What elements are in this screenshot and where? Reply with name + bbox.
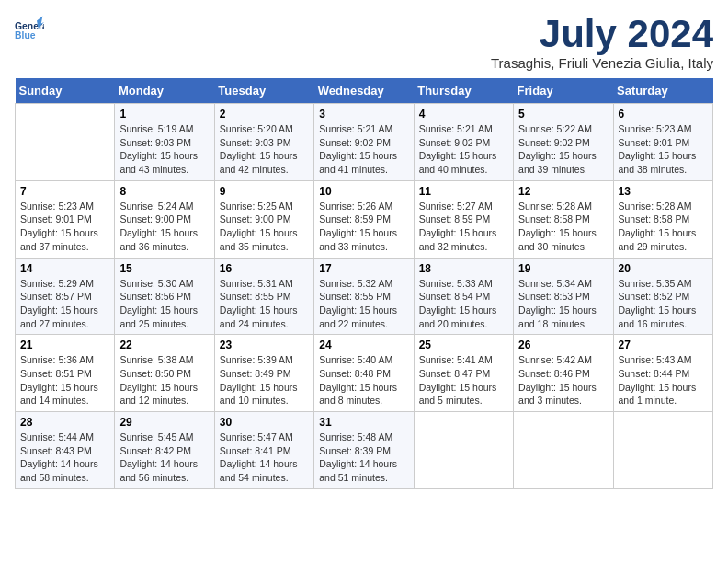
day-info: Sunrise: 5:24 AMSunset: 9:00 PMDaylight:… — [119, 200, 209, 254]
day-number: 29 — [119, 416, 209, 429]
calendar-cell: 7Sunrise: 5:23 AMSunset: 9:01 PMDaylight… — [16, 180, 115, 258]
calendar-cell: 11Sunrise: 5:27 AMSunset: 8:59 PMDayligh… — [414, 180, 513, 258]
day-number: 28 — [20, 416, 109, 429]
day-info: Sunrise: 5:40 AMSunset: 8:48 PMDaylight:… — [319, 353, 408, 408]
week-row-1: 1Sunrise: 5:19 AMSunset: 9:03 PMDaylight… — [16, 104, 713, 181]
col-header-sunday: Sunday — [16, 78, 115, 104]
calendar-cell: 29Sunrise: 5:45 AMSunset: 8:42 PMDayligh… — [115, 412, 214, 489]
day-info: Sunrise: 5:32 AMSunset: 8:55 PMDaylight:… — [319, 277, 408, 331]
col-header-wednesday: Wednesday — [314, 78, 414, 104]
day-number: 20 — [619, 262, 708, 275]
calendar-cell: 23Sunrise: 5:39 AMSunset: 8:49 PMDayligh… — [214, 335, 313, 412]
day-info: Sunrise: 5:26 AMSunset: 8:59 PMDaylight:… — [319, 200, 408, 254]
day-number: 16 — [220, 262, 309, 275]
day-info: Sunrise: 5:47 AMSunset: 8:41 PMDaylight:… — [220, 431, 309, 485]
day-number: 27 — [619, 339, 708, 351]
calendar-cell: 21Sunrise: 5:36 AMSunset: 8:51 PMDayligh… — [16, 335, 115, 412]
day-info: Sunrise: 5:42 AMSunset: 8:46 PMDaylight:… — [518, 353, 608, 408]
day-info: Sunrise: 5:36 AMSunset: 8:51 PMDaylight:… — [20, 353, 109, 408]
day-number: 6 — [619, 108, 708, 121]
day-number: 31 — [319, 416, 408, 429]
day-info: Sunrise: 5:38 AMSunset: 8:50 PMDaylight:… — [119, 353, 209, 408]
day-number: 5 — [518, 108, 608, 121]
title-block: July 2024 Trasaghis, Friuli Venezia Giul… — [491, 15, 713, 71]
week-row-4: 21Sunrise: 5:36 AMSunset: 8:51 PMDayligh… — [16, 335, 713, 412]
logo-icon: General Blue — [15, 15, 44, 44]
calendar-cell: 1Sunrise: 5:19 AMSunset: 9:03 PMDaylight… — [115, 104, 214, 181]
day-number: 19 — [518, 262, 608, 275]
location-title: Trasaghis, Friuli Venezia Giulia, Italy — [491, 55, 713, 71]
month-title: July 2024 — [491, 15, 713, 53]
day-number: 23 — [220, 339, 309, 351]
day-number: 7 — [20, 185, 109, 198]
calendar-cell — [613, 412, 712, 489]
calendar-cell: 6Sunrise: 5:23 AMSunset: 9:01 PMDaylight… — [613, 104, 712, 181]
day-number: 12 — [518, 185, 608, 198]
calendar-cell: 3Sunrise: 5:21 AMSunset: 9:02 PMDaylight… — [314, 104, 414, 181]
calendar-table: SundayMondayTuesdayWednesdayThursdayFrid… — [15, 78, 713, 489]
day-info: Sunrise: 5:28 AMSunset: 8:58 PMDaylight:… — [518, 200, 608, 254]
calendar-cell: 8Sunrise: 5:24 AMSunset: 9:00 PMDaylight… — [115, 180, 214, 258]
calendar-cell: 19Sunrise: 5:34 AMSunset: 8:53 PMDayligh… — [514, 258, 613, 335]
day-number: 10 — [319, 185, 408, 198]
day-info: Sunrise: 5:27 AMSunset: 8:59 PMDaylight:… — [419, 200, 508, 254]
day-info: Sunrise: 5:33 AMSunset: 8:54 PMDaylight:… — [419, 277, 508, 331]
day-number: 4 — [419, 108, 508, 121]
calendar-cell: 26Sunrise: 5:42 AMSunset: 8:46 PMDayligh… — [514, 335, 613, 412]
day-number: 13 — [619, 185, 708, 198]
day-info: Sunrise: 5:34 AMSunset: 8:53 PMDaylight:… — [518, 277, 608, 331]
calendar-cell: 4Sunrise: 5:21 AMSunset: 9:02 PMDaylight… — [414, 104, 513, 181]
week-row-3: 14Sunrise: 5:29 AMSunset: 8:57 PMDayligh… — [16, 258, 713, 335]
day-info: Sunrise: 5:48 AMSunset: 8:39 PMDaylight:… — [319, 431, 408, 485]
col-header-saturday: Saturday — [613, 78, 712, 104]
calendar-cell: 20Sunrise: 5:35 AMSunset: 8:52 PMDayligh… — [613, 258, 712, 335]
day-number: 1 — [119, 108, 209, 121]
svg-text:Blue: Blue — [15, 30, 36, 40]
calendar-cell: 14Sunrise: 5:29 AMSunset: 8:57 PMDayligh… — [16, 258, 115, 335]
logo: General Blue — [15, 15, 44, 44]
day-number: 26 — [518, 339, 608, 351]
calendar-cell — [16, 104, 115, 181]
day-number: 21 — [20, 339, 109, 351]
day-info: Sunrise: 5:21 AMSunset: 9:02 PMDaylight:… — [419, 122, 508, 177]
day-info: Sunrise: 5:41 AMSunset: 8:47 PMDaylight:… — [419, 353, 508, 408]
day-info: Sunrise: 5:39 AMSunset: 8:49 PMDaylight:… — [220, 353, 309, 408]
calendar-cell: 13Sunrise: 5:28 AMSunset: 8:58 PMDayligh… — [613, 180, 712, 258]
day-number: 24 — [319, 339, 408, 351]
calendar-cell: 16Sunrise: 5:31 AMSunset: 8:55 PMDayligh… — [214, 258, 313, 335]
calendar-cell: 5Sunrise: 5:22 AMSunset: 9:02 PMDaylight… — [514, 104, 613, 181]
calendar-cell: 25Sunrise: 5:41 AMSunset: 8:47 PMDayligh… — [414, 335, 513, 412]
day-number: 15 — [119, 262, 209, 275]
col-header-tuesday: Tuesday — [214, 78, 313, 104]
day-info: Sunrise: 5:29 AMSunset: 8:57 PMDaylight:… — [20, 277, 109, 331]
day-info: Sunrise: 5:21 AMSunset: 9:02 PMDaylight:… — [319, 122, 408, 177]
day-info: Sunrise: 5:23 AMSunset: 9:01 PMDaylight:… — [619, 122, 708, 177]
calendar-cell — [514, 412, 613, 489]
day-number: 25 — [419, 339, 508, 351]
day-info: Sunrise: 5:45 AMSunset: 8:42 PMDaylight:… — [119, 431, 209, 485]
day-number: 17 — [319, 262, 408, 275]
calendar-cell: 15Sunrise: 5:30 AMSunset: 8:56 PMDayligh… — [115, 258, 214, 335]
page-header: General Blue July 2024 Trasaghis, Friuli… — [15, 15, 713, 71]
calendar-cell: 10Sunrise: 5:26 AMSunset: 8:59 PMDayligh… — [314, 180, 414, 258]
col-header-thursday: Thursday — [414, 78, 513, 104]
day-info: Sunrise: 5:31 AMSunset: 8:55 PMDaylight:… — [220, 277, 309, 331]
day-number: 8 — [119, 185, 209, 198]
day-number: 22 — [119, 339, 209, 351]
calendar-cell: 28Sunrise: 5:44 AMSunset: 8:43 PMDayligh… — [16, 412, 115, 489]
day-info: Sunrise: 5:19 AMSunset: 9:03 PMDaylight:… — [119, 122, 209, 177]
calendar-cell — [414, 412, 513, 489]
day-info: Sunrise: 5:43 AMSunset: 8:44 PMDaylight:… — [619, 353, 708, 408]
calendar-cell: 24Sunrise: 5:40 AMSunset: 8:48 PMDayligh… — [314, 335, 414, 412]
day-info: Sunrise: 5:20 AMSunset: 9:03 PMDaylight:… — [220, 122, 309, 177]
day-number: 11 — [419, 185, 508, 198]
calendar-cell: 17Sunrise: 5:32 AMSunset: 8:55 PMDayligh… — [314, 258, 414, 335]
day-info: Sunrise: 5:30 AMSunset: 8:56 PMDaylight:… — [119, 277, 209, 331]
calendar-cell: 9Sunrise: 5:25 AMSunset: 9:00 PMDaylight… — [214, 180, 313, 258]
day-info: Sunrise: 5:35 AMSunset: 8:52 PMDaylight:… — [619, 277, 708, 331]
calendar-cell: 27Sunrise: 5:43 AMSunset: 8:44 PMDayligh… — [613, 335, 712, 412]
day-info: Sunrise: 5:22 AMSunset: 9:02 PMDaylight:… — [518, 122, 608, 177]
calendar-cell: 12Sunrise: 5:28 AMSunset: 8:58 PMDayligh… — [514, 180, 613, 258]
calendar-cell: 22Sunrise: 5:38 AMSunset: 8:50 PMDayligh… — [115, 335, 214, 412]
day-number: 14 — [20, 262, 109, 275]
